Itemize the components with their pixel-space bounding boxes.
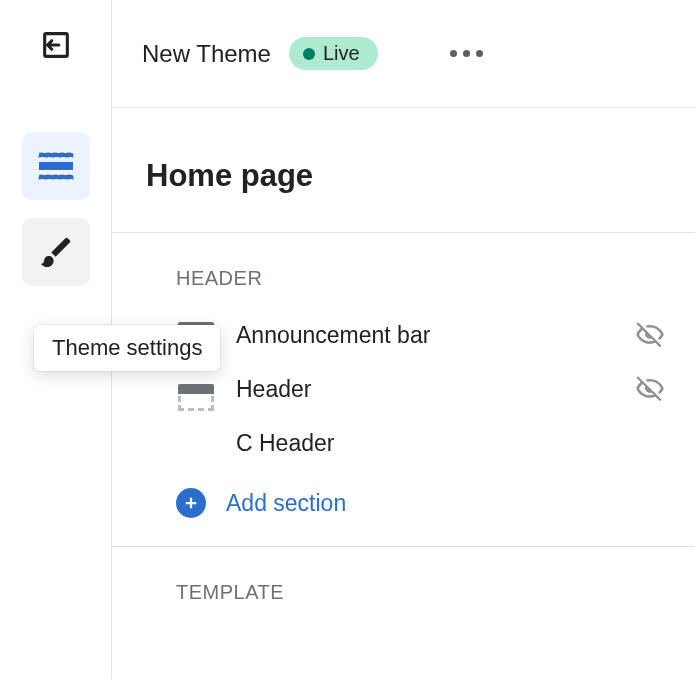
plus-circle-icon	[176, 488, 206, 518]
topbar: New Theme Live	[112, 0, 695, 108]
rail-theme-settings[interactable]	[22, 218, 90, 286]
group-label-header: HEADER	[112, 233, 695, 308]
section-icon	[176, 374, 216, 404]
add-section-button[interactable]: Add section	[112, 470, 695, 547]
status-text: Live	[323, 42, 360, 65]
theme-name-label: New Theme	[142, 40, 271, 68]
sections-icon	[36, 150, 76, 182]
status-dot-icon	[303, 48, 315, 60]
more-actions-button[interactable]	[442, 42, 491, 65]
left-rail: Theme settings	[0, 0, 112, 679]
status-badge: Live	[289, 37, 378, 70]
rail-sections[interactable]	[22, 132, 90, 200]
page-title: Home page	[112, 158, 695, 233]
content-area: Home page HEADER Announcement bar Header…	[112, 108, 695, 679]
add-section-label: Add section	[226, 490, 346, 517]
section-label: Announcement bar	[236, 322, 615, 349]
group-label-template: TEMPLATE	[112, 547, 695, 622]
section-label: Header	[236, 376, 615, 403]
paintbrush-icon	[37, 233, 75, 271]
svg-rect-3	[39, 162, 73, 170]
back-button[interactable]	[37, 26, 75, 64]
hidden-icon	[635, 374, 665, 404]
section-label: C Header	[236, 430, 665, 457]
exit-icon	[39, 28, 73, 62]
section-icon	[176, 428, 216, 458]
theme-settings-tooltip: Theme settings	[34, 325, 220, 371]
section-row-c-header[interactable]: C Header	[112, 416, 695, 470]
dots-icon	[450, 50, 457, 57]
hidden-icon	[635, 320, 665, 350]
